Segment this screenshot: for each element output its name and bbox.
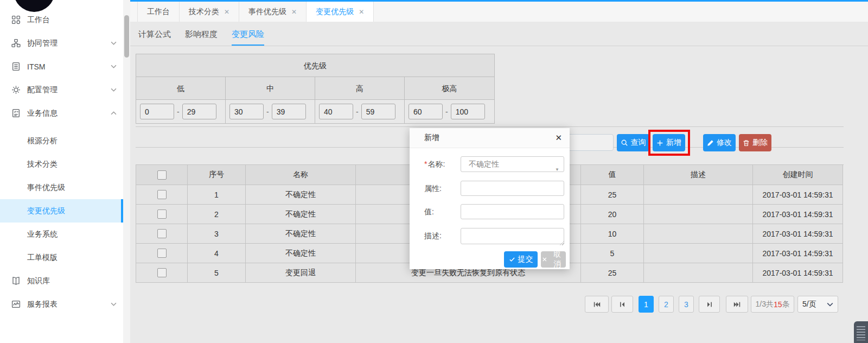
col-seq: 序号	[188, 165, 246, 185]
pagination-page-2[interactable]: 2	[659, 296, 674, 313]
sidebar-item-label: 协同管理	[27, 39, 58, 48]
priority-range-table: 优先级 低 中 高 极高 - - - -	[136, 54, 495, 124]
priority-high-min-input[interactable]	[319, 104, 353, 119]
priority-medium-max-input[interactable]	[272, 104, 306, 119]
sidebar-item-ticket-template[interactable]: 工单模版	[0, 246, 123, 269]
sidebar-item-knowledge-base[interactable]: 知识库	[0, 269, 123, 293]
tab-bar: 工作台 技术分类 ✕ 事件优先级 ✕ 变更优先级 ✕	[130, 2, 868, 22]
divider	[136, 126, 844, 127]
org-icon	[11, 39, 21, 48]
chevron-down-icon	[111, 88, 117, 92]
delete-button[interactable]: 删除	[739, 134, 771, 151]
add-button[interactable]: 新增	[653, 134, 685, 151]
priority-critical-min-input[interactable]	[409, 104, 443, 119]
chevron-down-icon	[111, 65, 117, 68]
subtab-calc-formula[interactable]: 计算公式	[138, 22, 171, 46]
col-created: 创建时间	[753, 165, 843, 185]
priority-medium-min-input[interactable]	[229, 104, 264, 119]
subtab-impact-degree[interactable]: 影响程度	[185, 22, 218, 46]
pagination-prev-button[interactable]	[611, 296, 633, 313]
name-field-label: *名称:	[424, 160, 445, 169]
sidebar-item-label: 知识库	[27, 276, 50, 286]
priority-level-critical: 极高	[405, 77, 494, 100]
priority-table-title: 优先级	[136, 54, 494, 77]
sidebar-item-incident-priority[interactable]: 事件优先级	[0, 176, 123, 199]
col-value: 值	[581, 165, 644, 185]
close-icon[interactable]: ✕	[224, 8, 229, 16]
gear-icon	[11, 85, 21, 95]
grid-icon	[11, 15, 21, 25]
close-icon[interactable]: ✕	[555, 133, 562, 143]
add-dialog: 新增 ✕ *名称: 不确定性 ▼ 属性: 值: 描述: 提交 取消	[410, 128, 570, 269]
tab-change-priority[interactable]: 变更优先级 ✕	[307, 2, 374, 22]
row-checkbox[interactable]	[157, 229, 167, 238]
pagination-next-button[interactable]	[699, 296, 720, 313]
pagination-last-button[interactable]	[726, 296, 748, 313]
row-checkbox[interactable]	[157, 209, 167, 219]
cancel-button[interactable]: 取消	[541, 251, 566, 268]
grip-lines-icon	[857, 326, 865, 340]
sidebar: 工作台 协同管理 ITSM 配置管理	[0, 0, 123, 343]
select-all-checkbox[interactable]	[157, 170, 167, 180]
page-scrollbar-thumb[interactable]	[854, 321, 868, 343]
sidebar-item-config[interactable]: 配置管理	[0, 78, 123, 101]
sidebar-item-collaboration[interactable]: 协同管理	[0, 31, 123, 55]
col-name: 名称	[246, 165, 356, 185]
sidebar-item-label: 配置管理	[27, 85, 58, 95]
sidebar-item-change-priority[interactable]: 变更优先级	[0, 199, 123, 223]
priority-level-low: 低	[136, 77, 226, 100]
pagination-page-3[interactable]: 3	[679, 296, 694, 313]
sidebar-item-itsm[interactable]: ITSM	[0, 55, 123, 78]
sidebar-item-label: 业务信息	[27, 109, 58, 118]
sub-tab-bar: 计算公式 影响程度 变更风险	[130, 22, 868, 46]
chevron-down-icon	[827, 302, 833, 307]
sidebar-item-label: 工作台	[27, 15, 50, 25]
sidebar-item-label: 服务报表	[27, 300, 58, 309]
page-size-select[interactable]: 5/页	[797, 296, 838, 313]
pagination-info: 1/3共15条	[751, 296, 794, 313]
priority-level-medium: 中	[226, 77, 315, 100]
row-checkbox[interactable]	[157, 268, 167, 277]
close-icon[interactable]: ✕	[291, 8, 297, 16]
sidebar-item-root-analysis[interactable]: 根源分析	[0, 129, 123, 153]
row-checkbox[interactable]	[157, 190, 167, 199]
row-checkbox[interactable]	[157, 249, 167, 258]
sidebar-item-business-system[interactable]: 业务系统	[0, 223, 123, 246]
dialog-title: 新增	[424, 133, 439, 143]
priority-low-min-input[interactable]	[140, 104, 174, 119]
subtab-change-risk[interactable]: 变更风险	[232, 22, 264, 46]
desc-textarea[interactable]	[461, 228, 564, 244]
dialog-header: 新增 ✕	[410, 128, 570, 148]
edit-button[interactable]: 修改	[703, 134, 736, 151]
value-input[interactable]	[461, 204, 564, 219]
sidebar-submenu: 根源分析 技术分类 事件优先级 变更优先级 业务系统 工单模版	[0, 129, 123, 269]
sidebar-nav: 工作台 协同管理 ITSM 配置管理	[0, 8, 123, 316]
sidebar-scrollbar	[123, 0, 130, 343]
sidebar-item-tech-category[interactable]: 技术分类	[0, 153, 123, 176]
col-desc: 描述	[644, 165, 753, 185]
desc-field-label: 描述:	[424, 231, 442, 241]
sidebar-item-business-info[interactable]: 业务信息	[0, 101, 123, 125]
query-button[interactable]: 查询	[617, 134, 649, 151]
close-icon[interactable]: ✕	[359, 8, 364, 16]
priority-critical-max-input[interactable]	[451, 104, 485, 119]
priority-low-max-input[interactable]	[182, 104, 216, 119]
caret-down-icon: ▼	[555, 162, 559, 177]
attr-field-label: 属性:	[424, 184, 442, 194]
pagination-first-button[interactable]	[585, 296, 609, 313]
name-select[interactable]: 不确定性 ▼	[461, 156, 564, 172]
sidebar-scrollbar-thumb[interactable]	[124, 15, 129, 58]
pagination-page-1[interactable]: 1	[639, 296, 654, 313]
submit-button[interactable]: 提交	[504, 251, 538, 268]
doc-icon	[11, 62, 21, 72]
sidebar-item-workbench[interactable]: 工作台	[0, 8, 123, 31]
sidebar-item-label: ITSM	[27, 62, 45, 71]
chevron-down-icon	[111, 302, 117, 306]
attr-input[interactable]	[461, 181, 564, 196]
priority-high-max-input[interactable]	[361, 104, 395, 119]
chevron-up-icon	[111, 111, 117, 115]
sidebar-item-service-report[interactable]: 服务报表	[0, 293, 123, 316]
tab-workbench[interactable]: 工作台	[137, 2, 180, 22]
tab-tech-category[interactable]: 技术分类 ✕	[180, 2, 239, 22]
tab-incident-priority[interactable]: 事件优先级 ✕	[239, 2, 307, 22]
